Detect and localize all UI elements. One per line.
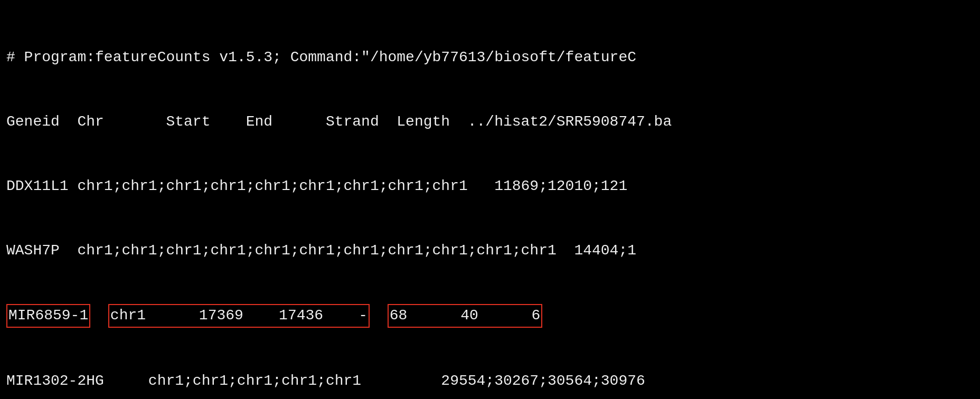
line-2: Geneid Chr Start End Strand Length ../hi… — [6, 111, 974, 133]
line-6: MIR1302-2HG chr1;chr1;chr1;chr1;chr1 295… — [6, 370, 974, 392]
line-3: DDX11L1 chr1;chr1;chr1;chr1;chr1;chr1;ch… — [6, 176, 974, 197]
terminal-output: # Program:featureCounts v1.5.3; Command:… — [6, 4, 974, 399]
line-1: # Program:featureCounts v1.5.3; Command:… — [6, 47, 974, 69]
line-5-highlighted: MIR6859-1 chr1 17369 17436 - 68 40 6 — [6, 304, 974, 328]
gene-box: MIR6859-1 — [6, 304, 90, 328]
values-box: 68 40 6 — [388, 304, 543, 328]
line-4: WASH7P chr1;chr1;chr1;chr1;chr1;chr1;chr… — [6, 240, 974, 262]
coords-box: chr1 17369 17436 - — [108, 304, 370, 328]
